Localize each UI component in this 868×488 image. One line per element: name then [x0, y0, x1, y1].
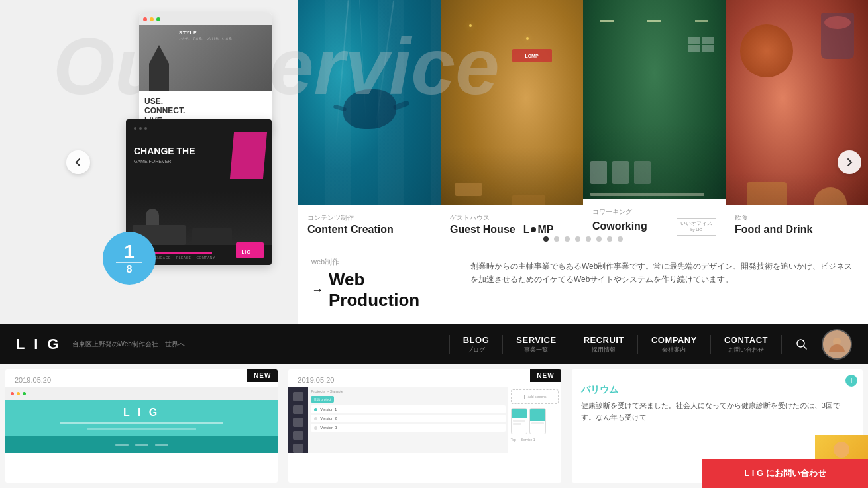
- nav-contact-label: CONTACT: [724, 335, 768, 345]
- mockup-screenshot-image: STYLE だから、できる、つなげる、いきる: [139, 25, 272, 91]
- nav-company-label: COMPANY: [651, 335, 697, 345]
- close-dot: [143, 17, 147, 21]
- mockup-nav-dots: [134, 127, 264, 130]
- logo-tagline: 台東区上野発のWeb制作会社、世界へ: [72, 340, 185, 349]
- hero-section: Our Service 1 8: [0, 0, 868, 324]
- projects-main-area: Projects > Sample Edit project Version 1…: [308, 387, 508, 453]
- bottom-card-2-image: Projects > Sample Edit project Version 1…: [288, 387, 561, 453]
- nav-item-recruit[interactable]: RECRUIT 採用情報: [570, 335, 638, 354]
- blog-post-text: 健康診断を受けて来ました。社会人になってから健康診断を受けたのは、3回です。なん…: [581, 400, 853, 423]
- nav-item-contact[interactable]: CONTACT お問い合わせ: [711, 335, 782, 354]
- dot-8[interactable]: [618, 236, 623, 242]
- service-card-food-drink[interactable]: 飲食 Food and Drink: [726, 0, 868, 245]
- nav-item-service[interactable]: SERVICE 事業一覧: [503, 335, 570, 354]
- guest-house-subtitle: ゲストハウス: [450, 213, 574, 222]
- dot-1[interactable]: [543, 236, 549, 242]
- site-logo[interactable]: L I G: [16, 336, 62, 353]
- dot-5[interactable]: [586, 236, 591, 242]
- office-photo: [126, 192, 272, 245]
- nav-blog-label: BLOG: [463, 335, 490, 345]
- service-card-coworking[interactable]: コワーキング Coworking いいオフィスby LIG: [583, 0, 726, 245]
- user-avatar[interactable]: [822, 329, 852, 360]
- nav-item-blog[interactable]: BLOG ブログ: [449, 335, 504, 354]
- project-row-3: Version 3: [311, 424, 505, 432]
- service-info-title: → Web Production: [311, 269, 451, 311]
- minimize-dot: [150, 17, 154, 21]
- svg-point-0: [797, 340, 804, 347]
- nav-item-company[interactable]: COMPANY 会社案内: [638, 335, 711, 354]
- lig-button: LIG →: [236, 242, 264, 258]
- bottom-card-1-date: 2019.05.20: [5, 369, 278, 387]
- search-button[interactable]: [788, 331, 815, 358]
- project-row-1: Version 1: [311, 405, 505, 413]
- bottom-card-1-image: L I G: [5, 387, 278, 453]
- cta-container: L I G にお問い合わせ: [815, 435, 868, 488]
- new-badge-2: NEW: [530, 369, 561, 382]
- project-row-2: Version 2: [311, 415, 505, 422]
- cta-button[interactable]: L I G にお問い合わせ: [702, 459, 868, 488]
- change-subtext: GAME FOREVER: [134, 159, 171, 164]
- projects-sidebar: [288, 387, 308, 453]
- nav-items: BLOG ブログ SERVICE 事業一覧 RECRUIT 採用情報 COMPA…: [449, 335, 782, 354]
- service-info-description: 創業時からの主軸事業でもあるWeb制作事業です。常に最先端のデザイン、開発技術を…: [470, 257, 855, 287]
- service-info-subtitle: web制作: [311, 257, 451, 267]
- cta-text: L I G にお問い合わせ: [744, 467, 826, 479]
- next-slide-button[interactable]: [838, 150, 861, 174]
- pink-decorative-shape: [230, 132, 267, 179]
- dot-3[interactable]: [565, 236, 570, 242]
- nav-blog-sub: ブログ: [467, 346, 485, 354]
- slide-current: 1: [124, 242, 135, 261]
- preview-panel: STYLE だから、できる、つなげる、いきる USE.CONNECT.LIVE.…: [126, 13, 298, 278]
- coworking-subtitle: コワーキング: [592, 207, 716, 217]
- maximize-dot: [156, 17, 160, 21]
- bottom-card-1[interactable]: 2019.05.20 NEW L I G: [5, 369, 278, 483]
- dot-6[interactable]: [596, 236, 602, 242]
- nav-recruit-sub: 採用情報: [592, 346, 616, 354]
- nav-service-sub: 事業一覧: [524, 346, 548, 354]
- content-creation-subtitle: コンテンツ制作: [307, 213, 431, 222]
- prev-slide-button[interactable]: [66, 150, 90, 174]
- nav-recruit-label: RECRUIT: [584, 335, 624, 345]
- change-the-text: CHANGE THE: [134, 146, 195, 156]
- dot-4[interactable]: [575, 236, 580, 242]
- bottom-card-2-date: 2019.05.20: [288, 369, 561, 387]
- mockup-screenshot-top: STYLE だから、できる、つなげる、いきる USE.CONNECT.LIVE.: [139, 13, 272, 132]
- browser-toolbar: [139, 13, 272, 25]
- nav-contact-sub: お問い合わせ: [728, 346, 764, 354]
- nav-service-label: SERVICE: [516, 335, 556, 345]
- info-icon: i: [845, 375, 857, 387]
- lig-logo-in-card: L I G: [123, 407, 160, 418]
- blog-post-title: バリウム: [581, 384, 853, 396]
- slide-counter: 1 8: [103, 232, 156, 285]
- dot-2[interactable]: [554, 236, 559, 242]
- nav-company-sub: 会社案内: [662, 346, 686, 354]
- style-label: STYLE: [179, 30, 269, 35]
- dot-7[interactable]: [607, 236, 612, 242]
- mockup-subtext: だから、できる、つなげる、いきる: [179, 36, 269, 42]
- service-arrow-icon: →: [311, 283, 323, 297]
- slide-total: 8: [127, 264, 133, 275]
- navigation-bar: L I G 台東区上野発のWeb制作会社、世界へ BLOG ブログ SERVIC…: [0, 324, 868, 364]
- logo-area: L I G 台東区上野発のWeb制作会社、世界へ: [16, 336, 185, 353]
- food-drink-subtitle: 飲食: [735, 213, 859, 222]
- bottom-card-2[interactable]: 2019.05.20 NEW Projects > Sample Edit pr…: [288, 369, 561, 483]
- new-badge-1: NEW: [247, 369, 278, 382]
- service-info-left: web制作 → Web Production: [311, 257, 451, 311]
- projects-right-panel: + Add screens: [508, 387, 561, 453]
- counter-divider: [116, 262, 142, 263]
- service-info-panel: web制作 → Web Production 創業時からの主軸事業でもあるWeb…: [298, 245, 868, 324]
